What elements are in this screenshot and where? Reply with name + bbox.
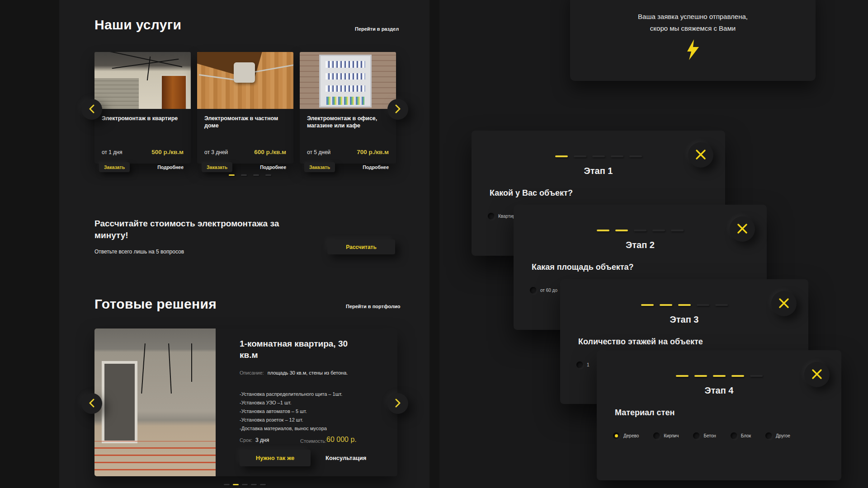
- portfolio-next-button[interactable]: [387, 393, 408, 414]
- close-icon: [695, 149, 707, 162]
- consultation-link[interactable]: Консультация: [326, 455, 366, 461]
- carousel-dot[interactable]: [253, 174, 259, 176]
- close-button[interactable]: [804, 362, 830, 387]
- renovation-room-photo: [94, 328, 216, 476]
- progress-indicator: [514, 230, 767, 231]
- portfolio-section-link[interactable]: Перейти в портфолио: [346, 304, 400, 309]
- order-button[interactable]: Заказать: [202, 162, 232, 172]
- cost-value: 60 000 р.: [326, 436, 357, 444]
- radio-option[interactable]: Квартир: [488, 213, 515, 220]
- services-next-button[interactable]: [387, 99, 408, 120]
- radio-option-brick[interactable]: Кирпич: [653, 432, 679, 439]
- radio-label: Дерево: [623, 433, 639, 438]
- radio-label: 1: [587, 362, 590, 367]
- service-card: Электромонтаж в офисе, магазине или кафе…: [300, 52, 396, 164]
- success-toast: Ваша заявка успешно отправлена, скоро мы…: [570, 0, 816, 81]
- quiz-question: Какая площадь объекта?: [532, 263, 634, 272]
- radio-label: Другое: [776, 433, 790, 438]
- work-item: -Установка автоматов – 5 шт.: [240, 407, 342, 416]
- service-duration: от 5 дней: [307, 149, 330, 155]
- description-label: Описание:: [240, 370, 264, 375]
- carousel-dot-active[interactable]: [233, 484, 239, 485]
- apartment-wiring-photo: [94, 52, 191, 109]
- carousel-dot[interactable]: [224, 484, 230, 485]
- service-price: 700 р./кв.м: [357, 149, 389, 155]
- radio-option-block[interactable]: Блок: [731, 432, 751, 439]
- toast-line2: скоро мы свяжемся с Вами: [570, 24, 816, 32]
- electrical-panel-photo: [300, 52, 396, 109]
- radio-option-wood[interactable]: Дерево: [613, 432, 639, 439]
- order-button[interactable]: Заказать: [304, 162, 335, 172]
- services-section-title: Наши услуги: [94, 17, 181, 33]
- service-card: Электромонтаж в квартире от 1 дня 500 р.…: [94, 52, 191, 164]
- radio-option[interactable]: 1: [576, 361, 590, 368]
- cost-label: Стоимость:: [300, 438, 326, 444]
- radio-label: Кирпич: [664, 433, 679, 438]
- work-item: -Установка УЗО –1 шт.: [240, 399, 342, 407]
- chevron-left-icon: [89, 104, 94, 115]
- stage-title: Этап 1: [472, 166, 725, 176]
- progress-indicator: [472, 155, 725, 157]
- radio-option-concrete[interactable]: Бетон: [693, 432, 716, 439]
- radio-icon: [731, 432, 737, 439]
- work-item: -Установка розеток – 12 шт.: [240, 416, 342, 424]
- portfolio-card: 1-комнатная квартира, 30 кв.м Описание:п…: [94, 328, 397, 476]
- close-button[interactable]: [730, 216, 755, 242]
- work-item: -Доставка материалов, вынос мусора: [240, 424, 342, 433]
- chevron-right-icon: [395, 399, 401, 409]
- service-duration: от 3 дней: [204, 149, 228, 155]
- description-text: площадь 30 кв.м, стены из бетона.: [268, 370, 348, 375]
- portfolio-section-title: Готовые решения: [94, 296, 217, 312]
- radio-label: Бетон: [703, 433, 716, 438]
- chevron-left-icon: [89, 399, 94, 409]
- carousel-dot[interactable]: [260, 484, 266, 485]
- quiz-question: Материал стен: [615, 408, 675, 418]
- calculate-button[interactable]: Рассчитать: [327, 239, 395, 254]
- close-icon: [778, 297, 790, 310]
- calculator-subtitle: Ответьте всего лишь на 5 вопросов: [94, 249, 184, 255]
- quiz-question: Количество этажей на объекте: [578, 337, 703, 347]
- stage-title: Этап 4: [597, 385, 841, 396]
- services-section-link[interactable]: Перейти в раздел: [355, 26, 399, 32]
- work-item: -Установка распределительного щита – 1шт…: [240, 390, 342, 399]
- carousel-dot-active[interactable]: [229, 174, 235, 176]
- chevron-right-icon: [395, 104, 401, 115]
- term-label: Срок:: [240, 437, 252, 443]
- services-carousel-dots: [229, 174, 271, 176]
- service-card-title: Электромонтаж в офисе, магазине или кафе: [300, 109, 396, 130]
- service-price: 600 р./кв.м: [254, 149, 286, 155]
- portfolio-carousel-dots: [224, 484, 266, 485]
- radio-option-other[interactable]: Другое: [765, 432, 790, 439]
- radio-icon: [693, 432, 700, 439]
- stage-title: Этап 3: [560, 314, 808, 325]
- page: Наши услуги Перейти в раздел Электромонт…: [0, 0, 868, 488]
- carousel-dot[interactable]: [251, 484, 257, 485]
- close-button[interactable]: [771, 291, 797, 316]
- carousel-dot[interactable]: [242, 484, 248, 485]
- quiz-question: Какой у Вас объект?: [490, 188, 573, 198]
- calculator-title: Рассчитайте стоимость электромонтажа за …: [94, 218, 284, 241]
- work-items-list: -Установка распределительного щита – 1шт…: [240, 390, 342, 433]
- carousel-dot[interactable]: [265, 174, 271, 176]
- radio-icon: [488, 213, 495, 220]
- radio-label: Блок: [741, 433, 751, 438]
- radio-option[interactable]: от 60 до: [530, 287, 557, 294]
- close-button[interactable]: [688, 142, 713, 168]
- details-link[interactable]: Подробнее: [157, 164, 184, 170]
- radio-icon: [653, 432, 660, 439]
- service-duration: от 1 дня: [102, 149, 122, 155]
- radio-icon: [530, 287, 537, 294]
- close-icon: [811, 368, 823, 381]
- carousel-dot[interactable]: [241, 174, 247, 176]
- details-link[interactable]: Подробнее: [363, 164, 389, 170]
- service-card: Электромонтаж в частном доме от 3 дней 6…: [197, 52, 293, 164]
- wooden-house-wiring-photo: [197, 52, 293, 109]
- services-prev-button[interactable]: [81, 99, 102, 120]
- toast-line1: Ваша заявка успешно отправлена,: [570, 13, 816, 20]
- order-button[interactable]: Заказать: [99, 162, 130, 172]
- service-card-title: Электромонтаж в квартире: [94, 109, 191, 122]
- details-link[interactable]: Подробнее: [260, 164, 286, 170]
- need-same-button[interactable]: Нужно так же: [240, 450, 311, 466]
- radio-icon: [576, 361, 583, 368]
- portfolio-prev-button[interactable]: [81, 393, 102, 414]
